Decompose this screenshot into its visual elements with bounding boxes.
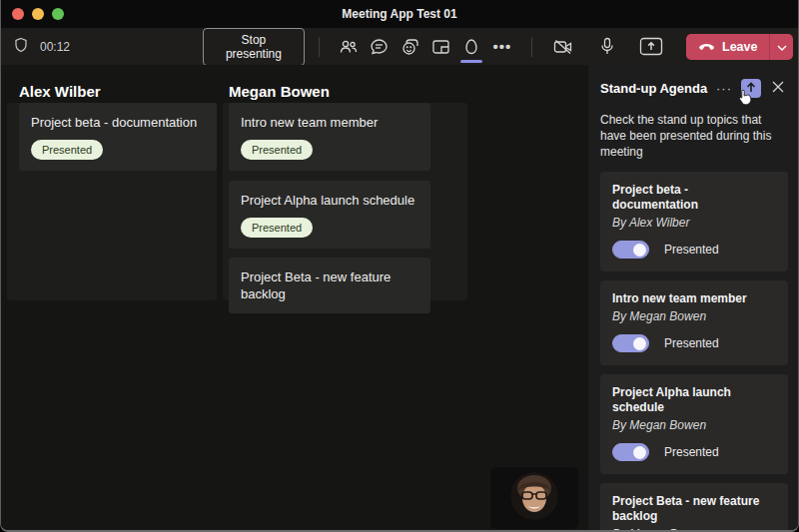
topic-title: Project beta - documentation [612, 183, 776, 213]
toggle-row: Presented [612, 334, 776, 352]
agenda-card[interactable]: Project Beta - new feature backlog [229, 258, 430, 313]
meeting-toolbar: 00:12 Stop presenting [1, 28, 798, 65]
topic-author: By Megan Bowen [612, 527, 776, 532]
column-owner-megan: Megan Bowen [229, 83, 330, 100]
share-tray-icon [639, 37, 663, 56]
agenda-card[interactable]: Intro new team member Presented [229, 103, 430, 171]
shared-app-stage: Alex Wilber Megan Bowen Project beta - d… [1, 65, 588, 532]
toggle-row: Presented [612, 443, 776, 461]
toolbar-divider [531, 37, 532, 57]
presented-badge: Presented [241, 218, 313, 238]
agenda-topic-item: Project beta - documentation By Alex Wil… [600, 172, 788, 271]
close-icon [772, 81, 784, 96]
toggle-knob [633, 244, 646, 257]
window-title: Meeting App Test 01 [1, 7, 798, 21]
more-options-button[interactable]: ••• [486, 32, 517, 62]
share-content-button[interactable] [634, 32, 668, 62]
teams-meeting-window: Meeting App Test 01 00:12 Stop presentin… [0, 0, 799, 532]
toolbar-divider [319, 37, 320, 57]
agenda-card[interactable]: Project Alpha launch schedule Presented [229, 181, 430, 249]
presented-badge: Presented [241, 140, 313, 160]
panel-more-button[interactable]: ··· [714, 79, 734, 98]
agenda-card-title: Project Alpha launch schedule [241, 192, 418, 209]
more-options-icon: ••• [492, 38, 511, 55]
share-to-stage-button[interactable] [741, 79, 761, 98]
topic-author: By Alex Wilber [612, 216, 776, 230]
leave-button[interactable]: Leave [686, 34, 769, 60]
agenda-topic-item: Project Alpha launch schedule By Megan B… [600, 374, 788, 474]
agenda-column-megan: Intro new team member Presented Project … [223, 103, 467, 300]
chat-button[interactable] [365, 32, 396, 62]
toolbar-right: Leave [546, 32, 793, 62]
reactions-icon [400, 38, 420, 56]
panel-title: Stand-up Agenda [600, 81, 714, 96]
titlebar: Meeting App Test 01 [1, 0, 798, 28]
camera-off-icon [552, 38, 574, 56]
meeting-body: Alex Wilber Megan Bowen Project beta - d… [1, 65, 798, 532]
self-video-tile[interactable] [490, 467, 578, 529]
agenda-card-title: Intro new team member [241, 114, 418, 131]
toolbar-center: Stop presenting [203, 28, 546, 66]
toolbar-left: 00:12 [13, 37, 203, 57]
hangup-icon [698, 40, 715, 54]
leave-options-button[interactable] [769, 34, 793, 60]
agenda-card[interactable]: Project beta - documentation Presented [19, 103, 217, 171]
column-owner-alex: Alex Wilber [19, 83, 101, 100]
topic-author: By Megan Bowen [612, 418, 776, 432]
toggle-label: Presented [664, 243, 719, 257]
toggle-label: Presented [664, 445, 719, 459]
presented-toggle[interactable] [612, 241, 649, 259]
toggle-row: Presented [612, 241, 776, 259]
reactions-button[interactable] [395, 32, 425, 62]
camera-toggle-button[interactable] [546, 32, 580, 62]
participants-button[interactable] [334, 32, 365, 62]
toggle-knob [633, 446, 646, 459]
meeting-app-egg-icon [464, 38, 478, 56]
leave-split-button: Leave [686, 34, 793, 60]
shield-icon [13, 37, 29, 57]
meeting-timer: 00:12 [40, 40, 70, 54]
mic-toggle-button[interactable] [590, 32, 624, 62]
panel-actions: ··· [714, 79, 788, 98]
agenda-card-title: Project beta - documentation [31, 114, 205, 131]
agenda-topic-item: Intro new team member By Megan Bowen Pre… [600, 280, 788, 365]
panel-description: Check the stand up topics that have been… [600, 112, 776, 160]
toggle-label: Presented [664, 336, 719, 350]
agenda-topic-item: Project Beta - new feature backlog By Me… [600, 483, 788, 532]
topic-title: Project Alpha launch schedule [612, 385, 776, 415]
chevron-down-icon [777, 39, 787, 54]
panel-more-icon: ··· [716, 81, 732, 96]
topic-author: By Megan Bowen [612, 309, 776, 323]
rooms-button[interactable] [425, 32, 456, 62]
presented-toggle[interactable] [612, 443, 649, 461]
participants-icon [339, 38, 359, 56]
chat-icon [370, 38, 389, 56]
toggle-knob [633, 337, 646, 350]
agenda-column-alex: Project beta - documentation Presented [7, 103, 217, 300]
panel-header: Stand-up Agenda ··· [600, 79, 788, 98]
meeting-app-button[interactable] [456, 32, 487, 62]
microphone-icon [600, 37, 614, 56]
agenda-card-title: Project Beta - new feature backlog [241, 268, 418, 302]
participant-avatar [509, 471, 559, 525]
close-panel-button[interactable] [768, 79, 788, 98]
leave-button-label: Leave [722, 40, 757, 54]
stop-presenting-button[interactable]: Stop presenting [203, 28, 305, 66]
presented-toggle[interactable] [612, 334, 649, 352]
presented-badge: Presented [31, 140, 103, 160]
topic-title: Project Beta - new feature backlog [612, 494, 776, 524]
topic-title: Intro new team member [612, 291, 776, 306]
rooms-icon [431, 38, 450, 56]
standup-agenda-panel: Stand-up Agenda ··· [588, 65, 798, 532]
arrow-up-icon [746, 81, 756, 96]
